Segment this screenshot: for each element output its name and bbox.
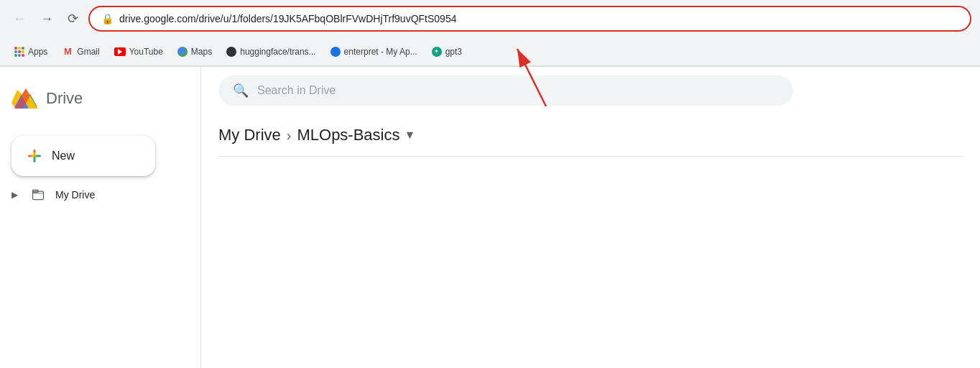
sidebar-item-my-drive[interactable]: ▶ My Drive <box>0 182 189 208</box>
my-drive-icon <box>29 188 47 202</box>
circle-icon <box>330 47 341 57</box>
search-container: 🔍 Search in Drive <box>201 67 980 114</box>
drive-title: Drive <box>46 89 83 108</box>
bookmark-maps-label: Maps <box>191 47 212 57</box>
address-text: drive.google.com/drive/u/1/folders/19JK5… <box>119 13 456 24</box>
breadcrumb-separator: › <box>287 127 292 144</box>
plus-icon <box>26 147 43 165</box>
navigation-bar: ← → ⟳ 🔒 drive.google.com/drive/u/1/folde… <box>0 0 980 37</box>
url-prefix: drive.google.com/drive/u/1/folders/ <box>119 13 273 24</box>
gmail-icon: M <box>62 47 73 56</box>
youtube-icon <box>114 47 126 56</box>
bookmark-youtube-label: YouTube <box>129 47 163 57</box>
maps-icon <box>177 47 188 57</box>
bookmark-apps-label: Apps <box>28 47 47 57</box>
openai-icon: ✦ <box>432 47 442 57</box>
bookmark-gpt3[interactable]: ✦ gpt3 <box>426 44 468 60</box>
dropdown-arrow-icon: ▼ <box>405 129 416 142</box>
bookmark-enterpret[interactable]: enterpret - My Ap... <box>325 44 423 60</box>
github-icon <box>226 47 236 57</box>
breadcrumb-area: My Drive › MLOps-Basics ▼ <box>201 114 980 157</box>
refresh-button[interactable]: ⟳ <box>63 6 83 31</box>
bookmark-youtube[interactable]: YouTube <box>108 44 169 60</box>
search-bar[interactable]: 🔍 Search in Drive <box>218 75 793 106</box>
bookmark-enterpret-label: enterpret - My Ap... <box>344 47 417 57</box>
breadcrumb-current[interactable]: MLOps-Basics ▼ <box>297 126 415 144</box>
bookmark-huggingface[interactable]: huggingface/trans... <box>221 44 321 60</box>
bookmark-gmail-label: Gmail <box>77 47 99 57</box>
sidebar: Drive New ▶ <box>0 67 201 368</box>
breadcrumb-parent[interactable]: My Drive <box>218 126 281 144</box>
breadcrumb-current-label: MLOps-Basics <box>297 126 399 144</box>
bookmark-maps[interactable]: Maps <box>172 44 218 60</box>
drive-header: Drive <box>0 78 200 130</box>
bookmark-huggingface-label: huggingface/trans... <box>240 47 315 57</box>
svg-rect-10 <box>33 193 44 194</box>
forward-button[interactable]: → <box>36 7 57 31</box>
back-button[interactable]: ← <box>9 7 30 31</box>
drive-logo <box>11 84 40 113</box>
bookmarks-bar: Apps M Gmail YouTube Maps <box>0 37 980 66</box>
breadcrumb: My Drive › MLOps-Basics ▼ <box>218 126 963 144</box>
main-content: 🔍 Search in Drive My Drive › MLOps-Basic… <box>201 67 980 368</box>
breadcrumb-divider <box>218 156 963 157</box>
lock-icon: 🔒 <box>101 13 114 24</box>
url-suffix: 19JK5AFbqOBlrFVwDHjTrf9uvQFtS0954 <box>273 13 456 24</box>
bookmark-apps[interactable]: Apps <box>9 44 53 60</box>
apps-icon <box>14 47 24 57</box>
search-placeholder: Search in Drive <box>257 84 336 97</box>
new-button[interactable]: New <box>11 136 155 176</box>
drive-app: Drive New ▶ <box>0 67 980 368</box>
search-icon: 🔍 <box>233 83 249 98</box>
bookmark-gpt3-label: gpt3 <box>445 47 462 57</box>
expand-arrow-icon: ▶ <box>11 190 18 200</box>
address-bar[interactable]: 🔒 drive.google.com/drive/u/1/folders/19J… <box>88 6 971 32</box>
sidebar-nav: ▶ My Drive <box>0 182 200 208</box>
sidebar-item-my-drive-label: My Drive <box>55 189 95 201</box>
new-button-label: New <box>52 150 75 162</box>
bookmark-gmail[interactable]: M Gmail <box>56 44 105 60</box>
